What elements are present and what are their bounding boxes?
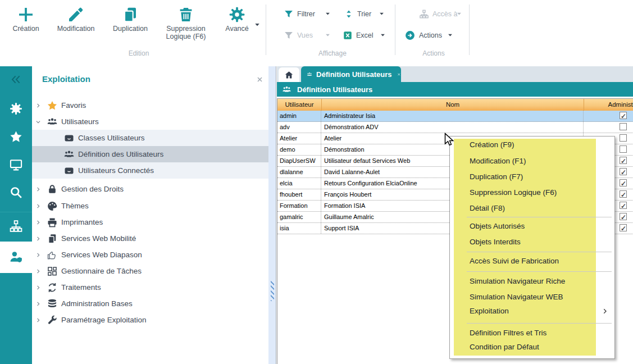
suppression-logique-button[interactable]: Suppression Logique (F6) (160, 3, 212, 40)
chevron-right-icon[interactable] (35, 317, 41, 323)
tab-close-icon[interactable] (397, 71, 401, 78)
acces-a-button[interactable]: Accès à (419, 8, 457, 20)
menu-item-simulation-navigateur-web[interactable]: Simulation Navigateur WEB (450, 289, 607, 305)
sidebar-item-label: Imprimantes (61, 218, 103, 226)
menu-item-creation[interactable]: Création (F9) (450, 137, 607, 153)
admin-checkbox[interactable] (620, 123, 627, 130)
sidebar-item-traitements[interactable]: Traitements (32, 279, 268, 295)
sidebar-item-themes[interactable]: Thèmes (32, 198, 268, 214)
affichage-group-label: Affichage (293, 49, 372, 57)
sidebar-item-label: Paramétrage Exploitation (61, 316, 147, 324)
splitter-grip[interactable] (271, 281, 274, 301)
menu-separator (467, 271, 612, 272)
chevron-right-icon[interactable] (35, 186, 41, 192)
vues-button[interactable]: Vues (284, 29, 313, 42)
admin-checkbox[interactable] (620, 145, 627, 153)
chevron-right-icon[interactable] (35, 220, 41, 225)
org-chart-nav-icon[interactable] (9, 219, 23, 233)
chevron-right-icon[interactable] (35, 103, 41, 108)
admin-checkbox[interactable] (620, 112, 627, 119)
admin-checkbox[interactable] (620, 202, 627, 209)
admin-checkbox[interactable] (620, 224, 627, 231)
sidebar-item-favoris[interactable]: Favoris (32, 97, 268, 113)
menu-item-duplication[interactable]: Duplication (F7) (450, 169, 607, 185)
admin-checkbox[interactable] (620, 134, 627, 142)
sidebar-item-definition-des-utilisateurs[interactable]: Définition des Utilisateurs (32, 146, 268, 162)
tab-strip: Définition Utilisateurs (277, 66, 633, 82)
pencil-icon (67, 6, 85, 24)
column-header-utilisateur[interactable]: Utilisateur (277, 99, 322, 111)
user-shield-icon[interactable] (9, 250, 23, 264)
filtrer-button[interactable]: Filtrer (284, 8, 315, 20)
star-icon (47, 100, 58, 111)
search-icon[interactable] (9, 185, 23, 199)
chevron-right-icon[interactable] (35, 252, 41, 258)
menu-item-definition-filtres-et-tris[interactable]: Définition Filtres et Tris (450, 325, 607, 341)
excel-icon (343, 30, 353, 40)
sidebar-item-imprimantes[interactable]: Imprimantes (32, 214, 268, 230)
admin-checkbox[interactable] (620, 168, 627, 175)
table-row[interactable]: admin Administrateur Isia (277, 111, 633, 122)
acces-a-label: Accès à (432, 10, 457, 18)
sidebar-item-classes-utilisateurs[interactable]: Classes Utilisateurs (32, 130, 268, 146)
excel-caret-icon[interactable] (380, 32, 386, 38)
actions-button[interactable]: Actions (404, 29, 442, 42)
panel-title: Définition Utilisateurs (297, 85, 372, 94)
trier-button[interactable]: Trier (344, 8, 371, 20)
tab-home[interactable] (279, 67, 299, 82)
menu-item-acces-suivi-de-fabrication[interactable]: Accès Suivi de Fabrication (450, 253, 607, 269)
avance-button[interactable]: Avancé (211, 3, 263, 33)
nav-panel-close-icon[interactable] (256, 76, 263, 83)
chevron-right-icon[interactable] (35, 269, 41, 274)
menu-item-detail[interactable]: Détail (F8) (450, 201, 607, 216)
tab-definition-utilisateurs[interactable]: Définition Utilisateurs (301, 66, 401, 82)
chevron-right-icon[interactable] (35, 285, 41, 290)
duplication-button[interactable]: Duplication (104, 3, 156, 33)
menu-item-suppression-logique[interactable]: Suppression Logique (F6) (450, 185, 607, 201)
actions-caret-icon[interactable] (447, 32, 453, 38)
admin-checkbox[interactable] (620, 179, 627, 186)
trier-caret-icon[interactable] (379, 11, 385, 17)
creation-button[interactable]: Création (0, 3, 52, 33)
table-row[interactable]: adv Démonstration ADV (277, 122, 633, 133)
settings-wheel-icon[interactable] (9, 102, 23, 116)
menu-item-exploitation[interactable]: Exploitation (450, 303, 607, 319)
monitor-icon[interactable] (9, 158, 23, 172)
menu-separator (467, 252, 612, 252)
sidebar-item-parametrage-exploitation[interactable]: Paramétrage Exploitation (32, 312, 268, 328)
menu-item-modification[interactable]: Modification (F1) (450, 153, 607, 169)
chevron-right-icon[interactable] (35, 203, 41, 209)
column-header-nom[interactable]: Nom (322, 99, 584, 111)
sidebar-item-services-web-diapason[interactable]: Services Web Diapason (32, 247, 268, 263)
sidebar-item-label: Gestion des Droits (61, 185, 124, 193)
filtrer-caret-icon[interactable] (325, 11, 331, 17)
admin-checkbox[interactable] (620, 157, 627, 164)
chevron-right-icon[interactable] (35, 301, 41, 307)
sidebar-item-label: Thèmes (61, 202, 89, 210)
chevron-right-icon[interactable] (35, 236, 41, 242)
sidebar-item-label: Traitements (61, 283, 101, 292)
avance-dropdown-caret-icon[interactable] (254, 21, 261, 28)
sidebar-item-administration-bases[interactable]: Administration Bases (32, 295, 268, 312)
sidebar-item-services-web-mobilite[interactable]: Services Web Mobilité (32, 230, 268, 247)
menu-separator (467, 323, 612, 324)
admin-checkbox[interactable] (620, 213, 627, 220)
panel-splitter[interactable] (268, 66, 276, 364)
menu-item-objets-interdits[interactable]: Objets Interdits (450, 234, 607, 250)
sidebar-item-gestion-des-droits[interactable]: Gestion des Droits (32, 181, 268, 197)
user-cell: Atelier (277, 133, 321, 144)
collapse-sidebar-icon[interactable] (10, 74, 22, 85)
column-header-administrateur[interactable]: Administrateur (584, 99, 633, 111)
admin-checkbox[interactable] (620, 190, 627, 198)
sidebar-item-utilisateurs[interactable]: Utilisateurs (32, 113, 268, 130)
sidebar-item-utilisateurs-connectes[interactable]: Utilisateurs Connectés (32, 162, 268, 179)
exploitation-nav-panel: Exploitation Favoris Utilisateurs Classe… (32, 66, 268, 364)
favorites-star-icon[interactable] (9, 130, 23, 144)
menu-item-simulation-navigateur-riche[interactable]: Simulation Navigateur Riche (450, 274, 607, 289)
modification-button[interactable]: Modification (50, 3, 102, 33)
sidebar-item-gestionnaire-de-taches[interactable]: Gestionnaire de Tâches (32, 263, 268, 279)
chevron-down-icon[interactable] (35, 119, 41, 125)
menu-item-objets-autorises[interactable]: Objets Autorisés (450, 219, 607, 234)
menu-item-condition-par-defaut[interactable]: Condition par Défaut (450, 339, 607, 355)
excel-button[interactable]: Excel (343, 29, 374, 42)
